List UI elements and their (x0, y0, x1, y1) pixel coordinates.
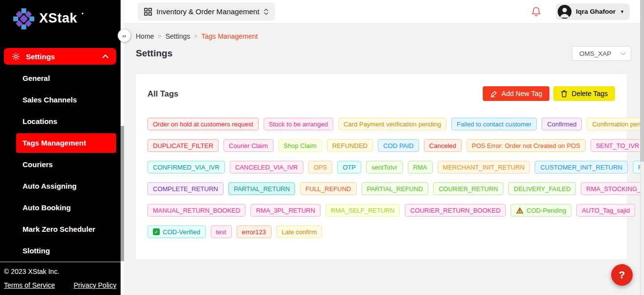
sidebar-scrollbar[interactable] (121, 0, 124, 295)
tag-row: DUPLICATE_FILTERCourier ClaimShop ClaimR… (148, 139, 615, 152)
breadcrumb-item-tags-management[interactable]: Tags Management (201, 32, 258, 40)
sidebar-footer: © 2023 XStak Inc. Terms of Service Priva… (0, 262, 124, 295)
tag-chip-complete-return[interactable]: COMPLETE_RETURN (148, 182, 223, 195)
help-button[interactable]: ? (611, 264, 633, 286)
tag-chip-canceled-via-ivr[interactable]: CANCELED_VIA_IVR (230, 161, 303, 173)
sidebar-item-general[interactable]: General (0, 68, 124, 89)
gear-icon (12, 52, 20, 61)
tag-chip-cod-paid[interactable]: COD PAID (378, 139, 419, 152)
settings-menu-label: Settings (26, 52, 55, 61)
tag-chip-test[interactable]: test (211, 225, 232, 238)
tag-chip-order-on-hold-at-customers-request[interactable]: Order on hold at customers request (148, 118, 259, 130)
tag-chip-cod-verified[interactable]: ✓COD-Verified (148, 225, 206, 238)
all-tags-card: All Tags Add New Tag Delete Tags (136, 74, 627, 259)
add-new-tag-button[interactable]: Add New Tag (483, 86, 549, 101)
tag-chip-rma-3pl-return[interactable]: RMA_3PL_RETURN (250, 204, 321, 217)
chevron-up-icon (102, 54, 108, 58)
pencil-icon (490, 90, 497, 98)
tag-chip-duplicate-filter[interactable]: DUPLICATE_FILTER (148, 139, 219, 152)
tag-chip-stock-to-be-arranged[interactable]: Stock to be arranged (264, 118, 334, 130)
bell-icon (531, 6, 541, 17)
tag-chip-customer-init-return[interactable]: CUSTOMER_INIT_RETURN (535, 161, 627, 173)
brand-name: XStak (39, 8, 77, 28)
app-switcher-label: Inventory & Order Management (156, 7, 259, 16)
tag-row: COMPLETE_RETURNPARTIAL_RETURNFULL_REFUND… (148, 182, 615, 195)
avatar (558, 5, 571, 19)
sidebar-menu-settings[interactable]: Settings (4, 48, 116, 65)
page-header: Settings OMS_XAP (136, 46, 644, 61)
tag-chip-shop-claim[interactable]: Shop Claim (278, 139, 322, 152)
tag-chip-partial-refund[interactable]: PARTIAL_REFUND (362, 182, 428, 195)
app-switcher[interactable]: Inventory & Order Management (138, 2, 275, 21)
chevron-down-icon (620, 52, 626, 55)
sidebar-item-locations[interactable]: Locations (0, 111, 124, 132)
sidebar-item-slotting[interactable]: Slotting (0, 240, 124, 262)
tag-list: Order on hold at customers requestStock … (148, 118, 615, 238)
user-name: Iqra Ghafoor (576, 8, 616, 15)
tag-chip-senttoivr[interactable]: sentToIvr (366, 161, 403, 173)
sidebar-item-auto-assigning[interactable]: Auto Assigning (0, 175, 124, 197)
user-menu[interactable]: Iqra Ghafoor ▼ (556, 3, 630, 20)
tag-chip-partial-return[interactable]: PARTIAL_RETURN (228, 182, 295, 195)
page-scrollbar-thumb[interactable] (640, 0, 644, 162)
tag-chip-sent-to-ivr[interactable]: SENT_TO_IVR (591, 139, 644, 152)
tag-chip-manual-return-booked[interactable]: MANUAL_RETURN_BOOKED (148, 204, 246, 217)
sidebar-item-sales-channels[interactable]: Sales Channels (0, 89, 124, 111)
tag-chip-courier-return[interactable]: COURIER_RETURN (433, 182, 503, 195)
tag-chip-error123[interactable]: error123 (237, 225, 272, 238)
question-mark-icon: ? (619, 269, 625, 281)
sidebar-scrollbar-thumb[interactable] (121, 126, 124, 261)
brand-trademark-dot (82, 13, 83, 14)
tag-chip-canceled[interactable]: Canceled (424, 139, 462, 152)
tag-chip-late-confirm[interactable]: Late confirm (276, 225, 322, 238)
topbar: Inventory & Order Management (124, 0, 644, 24)
sidebar-item-couriers[interactable]: Couriers (0, 154, 124, 175)
breadcrumb-item-settings[interactable]: Settings (165, 32, 190, 40)
tag-chip-card-payment-verification-pending[interactable]: Card Payment verification pending (338, 118, 446, 130)
tag-row: CONFIRMED_VIA_IVRCANCELED_VIA_IVROPSOTPs… (148, 161, 615, 173)
tag-chip-courier-claim[interactable]: Courier Claim (223, 139, 273, 152)
tag-chip-pos-error-order-not-created-on-pos[interactable]: POS Error: Order not Created on POS (467, 139, 586, 152)
breadcrumb-separator: > (194, 33, 198, 40)
tag-chip-delivery-failed[interactable]: DELIVERY_FAILED (508, 182, 576, 195)
breadcrumb-separator: > (158, 33, 161, 40)
tag-chip-full-refund[interactable]: FULL_REFUND (300, 182, 356, 195)
notifications-button[interactable] (531, 6, 541, 17)
brand-logo[interactable]: XStak (0, 0, 124, 30)
tag-row: ✓COD-Verifiedtesterror123Late confirm (148, 225, 615, 238)
tag-chip-cod-pending[interactable]: COD-Pending (511, 204, 571, 217)
tag-chip-refunded[interactable]: REFUNDED (327, 139, 373, 152)
breadcrumb: Home>Settings>Tags Management (136, 24, 644, 40)
sidebar-item-tags-management[interactable]: Tags Management (16, 133, 116, 153)
tag-chip-courier-return-booked[interactable]: COURIER_RETURN_BOOKED (405, 204, 506, 217)
workspace-select[interactable]: OMS_XAP (572, 46, 631, 61)
terms-of-service-link[interactable]: Terms of Service (4, 281, 55, 289)
tag-row: MANUAL_RETURN_BOOKEDRMA_3PL_RETURNRMA_SE… (148, 204, 615, 217)
tag-chip-merchant-init-return[interactable]: MERCHANT_INIT_RETURN (438, 161, 530, 173)
sidebar-item-auto-booking[interactable]: Auto Booking (0, 197, 124, 219)
sidebar-item-mark-zero-scheduler[interactable]: Mark Zero Scheduler (0, 219, 124, 240)
sidebar-nav: GeneralSales ChannelsLocationsTags Manag… (0, 68, 124, 262)
sidebar: XStak Settings GeneralSales ChannelsLoca… (0, 0, 124, 295)
delete-tags-label: Delete Tags (571, 90, 608, 98)
tag-chip-confirmation-pending[interactable]: Confirmation pending (587, 118, 644, 130)
tag-chip-rma[interactable]: RMA (408, 161, 433, 173)
tag-chip-failed-to-contact-customer[interactable]: Failed to contact customer (451, 118, 537, 130)
sidebar-collapse-button[interactable]: ‹› (118, 29, 131, 42)
breadcrumb-item-home[interactable]: Home (136, 32, 154, 40)
page-title: Settings (136, 48, 173, 59)
delete-tags-button[interactable]: Delete Tags (553, 86, 615, 101)
page-scrollbar[interactable] (640, 0, 644, 295)
tag-chip-rma-stocking-fee[interactable]: RMA_STOCKING_FEE (581, 182, 644, 195)
privacy-policy-link[interactable]: Privacy Policy (74, 281, 116, 289)
tag-chip-confirmed[interactable]: Confirmed (542, 118, 582, 130)
app-window: XStak Settings GeneralSales ChannelsLoca… (0, 0, 644, 295)
tag-chip-ops[interactable]: OPS (308, 161, 332, 173)
tag-chip-otp[interactable]: OTP (337, 161, 361, 173)
person-icon (558, 5, 571, 19)
tag-chip-auto-tag-sajid[interactable]: AUTO_Tag_sajid (576, 204, 635, 217)
tag-chip-confirmed-via-ivr[interactable]: CONFIRMED_VIA_IVR (148, 161, 225, 173)
warning-icon (516, 207, 523, 214)
check-icon: ✓ (153, 228, 160, 235)
tag-chip-rma-self-return[interactable]: RMA_SELF_RETURN (325, 204, 400, 217)
